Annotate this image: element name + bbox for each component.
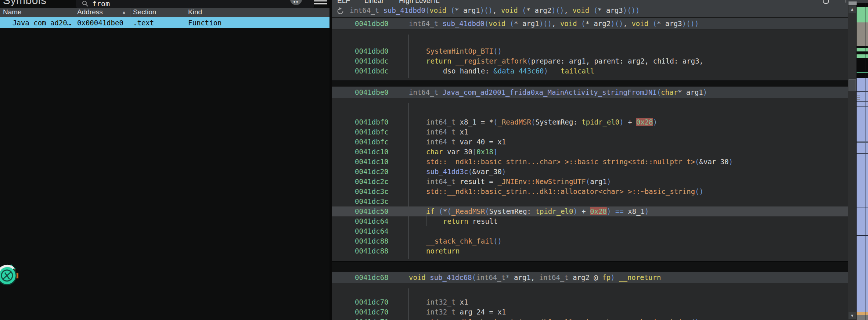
token[interactable]: &var_30 (699, 158, 729, 166)
token[interactable] (548, 67, 552, 75)
address[interactable]: 0041dc10 (355, 147, 389, 157)
token[interactable]: * arg1 (678, 88, 703, 96)
token[interactable]: noreturn (426, 247, 460, 255)
token[interactable]: * arg3 (598, 6, 623, 14)
token[interactable]: )() (539, 19, 552, 28)
token[interactable]: var_40 = x1 (460, 138, 506, 146)
token[interactable]: var_30 (443, 148, 472, 156)
symbols-search-input[interactable] (91, 0, 299, 8)
token[interactable]: ) (607, 177, 611, 186)
token[interactable]: &var_30 (472, 168, 502, 176)
feature-map-segment[interactable] (857, 3, 868, 7)
token[interactable]: __noreturn (619, 273, 661, 281)
token[interactable]: ) (607, 207, 611, 215)
code-line[interactable]: 0041dc64return result (332, 216, 848, 226)
token[interactable]: () (493, 47, 502, 55)
address[interactable]: 0041dbd0 (355, 46, 389, 56)
token[interactable]: arg_24 = x1 (460, 308, 506, 316)
token[interactable]: ) (645, 207, 649, 215)
token[interactable]: tpidr_el0 (536, 207, 573, 215)
token[interactable]: int64_t (426, 138, 460, 146)
token[interactable]: std::__ndk1::basic_strin...char> >::basi… (426, 158, 695, 166)
address[interactable]: 0041dbfc (355, 137, 389, 147)
token[interactable]: int32_t (426, 298, 460, 306)
token[interactable]: , (564, 6, 573, 14)
view-tab-linear[interactable]: Linear (364, 0, 384, 5)
token[interactable]: ( (653, 19, 657, 28)
token[interactable] (577, 19, 581, 28)
code-line[interactable]: 0041dbf0int64_t x8_1 = *(_ReadMSR(System… (332, 117, 848, 127)
address[interactable]: 0041dc2c (355, 177, 389, 187)
feature-map-segment[interactable] (857, 51, 868, 54)
address[interactable]: 0041dc20 (355, 167, 389, 177)
token[interactable]: ( (531, 118, 535, 126)
feature-map-segment[interactable] (857, 54, 868, 58)
code-line[interactable]: 0041dc70std::__ndk1::basic_strin...dk1::… (332, 317, 848, 320)
token[interactable]: ] (493, 148, 497, 156)
token[interactable]: ( (581, 19, 585, 28)
token[interactable] (451, 57, 455, 65)
feature-map-segment[interactable] (857, 22, 868, 46)
address[interactable]: 0041dbfc (355, 127, 389, 137)
scroll-down-button[interactable]: ▼ (849, 312, 856, 319)
token[interactable]: sub_41dbd0 (383, 6, 425, 14)
token[interactable]: ( (485, 207, 489, 215)
token[interactable] (615, 273, 619, 281)
token[interactable] (589, 6, 593, 14)
token[interactable]: ) (573, 207, 577, 215)
token[interactable]: )() (611, 19, 623, 28)
token[interactable]: ( (472, 273, 476, 281)
token[interactable]: x8_1 = * (460, 118, 494, 126)
feature-map-segment[interactable] (857, 315, 868, 320)
token[interactable]: * arg1 (455, 6, 480, 14)
token[interactable]: ( (468, 168, 472, 176)
token[interactable]: * arg1 (514, 19, 539, 28)
token[interactable]: prepare: arg1, parent: arg2, child: arg3… (531, 57, 703, 65)
token[interactable]: if (426, 207, 435, 215)
token[interactable]: 0x18 (476, 148, 493, 156)
token[interactable]: int64_t* (476, 273, 510, 281)
token[interactable]: * arg2 (586, 19, 611, 28)
feature-map-segment[interactable] (857, 312, 868, 315)
code-line[interactable]: 0041dbfcint64_t var_40 = x1 (332, 137, 848, 147)
token[interactable]: x1 (460, 128, 468, 136)
token[interactable]: int64_t (409, 88, 443, 96)
token[interactable]: ( (439, 207, 443, 215)
code-line[interactable]: 0041dc50if (*(_ReadMSR(SystemReg: tpidr_… (332, 206, 848, 216)
token[interactable]: ( (485, 19, 489, 28)
token[interactable]: == (615, 207, 624, 215)
token[interactable]: ) (502, 168, 506, 176)
token[interactable]: arg1 (590, 177, 607, 186)
code-line[interactable]: 0041dc10char var_30[0x18] (332, 147, 848, 157)
token[interactable]: ( (493, 118, 497, 126)
token[interactable]: _JNIEnv::NewStringUTF (497, 177, 586, 186)
token[interactable]: + (624, 118, 636, 126)
plus-icon[interactable] (846, 0, 846, 3)
token[interactable] (611, 207, 615, 215)
address[interactable]: 0041dc68 (355, 272, 389, 283)
address[interactable]: 0041dc3c (355, 187, 389, 197)
token[interactable]: arg2 @ (569, 273, 602, 281)
address[interactable]: 0041dbe0 (355, 87, 389, 98)
token[interactable]: ) (695, 19, 699, 28)
token[interactable]: void (409, 273, 426, 281)
code-line[interactable]: 0041dc3cstd::__ndk1::basic_strin...dk1::… (332, 187, 848, 197)
token[interactable]: )() (623, 6, 635, 14)
token[interactable]: ( (657, 88, 661, 96)
token[interactable]: + (577, 207, 590, 215)
token[interactable]: * arg2 (526, 6, 552, 14)
address[interactable]: 0041dc88 (355, 246, 389, 256)
token[interactable]: std::__ndk1::basic_strin...dk1::allocato… (426, 318, 691, 320)
token[interactable]: )() (682, 19, 695, 28)
token[interactable]: ) (619, 118, 623, 126)
code-line[interactable]: 0041dbfcint64_t x1 (332, 127, 848, 137)
token[interactable]: ( (527, 57, 531, 65)
column-header-kind[interactable]: Kind (188, 8, 202, 16)
token[interactable] (446, 6, 450, 14)
token[interactable]: void (572, 6, 589, 14)
token[interactable]: tpidr_el0 (581, 118, 619, 126)
token[interactable]: ) (544, 67, 548, 75)
token[interactable]: ( (451, 6, 455, 14)
token[interactable]: Java_com_ad2001_frida0xa_MainActivity_st… (443, 88, 657, 96)
token[interactable]: void (560, 19, 577, 28)
